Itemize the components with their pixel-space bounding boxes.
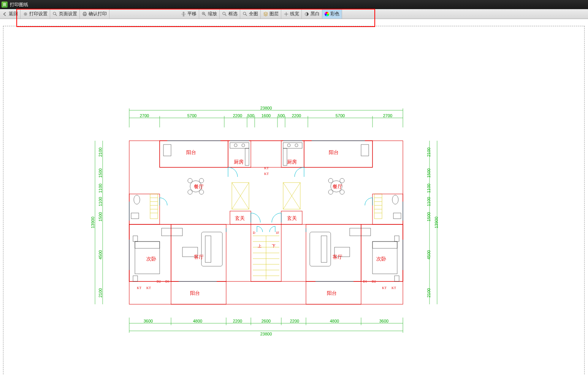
svg-text:D1: D1	[363, 280, 367, 283]
svg-line-12	[225, 14, 227, 16]
zoom-button[interactable]: 缩放	[199, 10, 220, 19]
toolbar: 返回 打印设置 页面设置 确认打印 平移 缩放 框选 全图	[0, 9, 588, 19]
svg-text:2200: 2200	[292, 113, 301, 118]
svg-rect-159	[372, 242, 397, 248]
svg-rect-146	[162, 228, 182, 236]
svg-text:1500: 1500	[426, 212, 431, 221]
box-select-label: 框选	[228, 11, 238, 17]
pan-button[interactable]: 平移	[179, 10, 199, 19]
back-button[interactable]: 返回	[0, 10, 21, 19]
svg-point-167	[234, 144, 237, 147]
svg-text:1500: 1500	[98, 168, 103, 178]
svg-text:KT: KT	[137, 286, 141, 290]
svg-text:次卧: 次卧	[146, 256, 156, 262]
window-title: 打印图纸	[10, 2, 28, 8]
back-icon	[2, 11, 8, 17]
svg-point-168	[242, 144, 245, 147]
svg-text:2100: 2100	[98, 288, 103, 297]
svg-point-172	[295, 144, 298, 147]
svg-text:厨房: 厨房	[287, 159, 297, 165]
svg-text:1100: 1100	[98, 197, 103, 206]
svg-text:下: 下	[272, 244, 276, 248]
svg-point-148	[134, 195, 140, 204]
svg-text:1600: 1600	[262, 113, 271, 118]
color-button[interactable]: 彩色	[322, 10, 342, 19]
page-setup-label: 页面设置	[59, 11, 77, 17]
color-label: 彩色	[330, 11, 339, 17]
toolbar-left: 返回 打印设置 页面设置 确认打印	[0, 10, 109, 19]
svg-point-137	[188, 190, 192, 194]
svg-text:KT: KT	[264, 172, 269, 176]
svg-point-154	[340, 190, 344, 194]
svg-text:2100: 2100	[426, 148, 431, 157]
svg-rect-118	[306, 224, 361, 281]
fit-all-label: 全图	[249, 11, 258, 17]
svg-text:1500: 1500	[98, 212, 103, 221]
svg-rect-162	[350, 228, 371, 236]
svg-rect-170	[283, 143, 302, 148]
lineweight-button[interactable]: 线宽	[281, 10, 302, 19]
titlebar: R 打印图纸	[0, 0, 588, 9]
svg-text:餐厅: 餐厅	[333, 184, 342, 189]
svg-text:3600: 3600	[144, 319, 153, 323]
doors	[160, 167, 372, 232]
svg-text:D1: D1	[165, 280, 170, 283]
svg-rect-149	[131, 213, 139, 219]
svg-text:2200: 2200	[233, 113, 242, 118]
app-icon: R	[2, 2, 8, 8]
svg-point-13	[243, 12, 246, 14]
fit-all-button[interactable]: 全图	[240, 10, 261, 19]
layers-button[interactable]: 图层	[261, 10, 281, 19]
print-settings-label: 打印设置	[29, 11, 48, 17]
lineweight-icon	[284, 11, 289, 17]
svg-point-152	[340, 178, 344, 183]
svg-rect-160	[395, 236, 399, 242]
print-settings-button[interactable]: 打印设置	[21, 10, 50, 19]
svg-text:1F: 1F	[276, 231, 279, 235]
svg-text:厨房: 厨房	[234, 159, 244, 165]
svg-text:500: 500	[278, 113, 285, 118]
svg-rect-163	[361, 145, 369, 156]
page-setup-button[interactable]: 页面设置	[50, 10, 80, 19]
bw-icon	[304, 11, 309, 17]
dim-left: 13900 2100 1500 1100 1100 1500 4500 2100	[91, 141, 103, 304]
svg-point-135	[188, 178, 192, 183]
svg-rect-173	[283, 148, 287, 165]
svg-text:餐厅: 餐厅	[194, 184, 204, 189]
pan-icon	[181, 11, 186, 17]
svg-text:23800: 23800	[260, 106, 272, 110]
svg-rect-143	[135, 242, 160, 248]
svg-point-171	[287, 144, 290, 147]
svg-point-136	[199, 178, 204, 183]
furniture-left	[131, 145, 222, 281]
svg-text:D: D	[253, 231, 255, 235]
dim-top: 23800 2700 5700 2200 500 1600 500 2200 5…	[129, 106, 403, 127]
fit-icon	[242, 11, 248, 17]
svg-rect-169	[245, 148, 249, 165]
svg-text:1100: 1100	[426, 197, 431, 206]
bw-button[interactable]: 黑白	[302, 10, 322, 19]
svg-rect-84	[171, 224, 226, 281]
zoom-label: 缩放	[208, 11, 217, 17]
svg-point-138	[199, 190, 204, 194]
svg-text:13900: 13900	[434, 217, 439, 229]
svg-text:4800: 4800	[330, 319, 339, 323]
svg-text:13900: 13900	[91, 217, 95, 229]
confirm-print-button[interactable]: 确认打印	[80, 10, 109, 19]
svg-text:2600: 2600	[262, 319, 271, 323]
svg-rect-144	[133, 236, 138, 242]
color-icon	[325, 12, 329, 16]
pan-label: 平移	[187, 11, 197, 17]
svg-rect-139	[201, 232, 222, 266]
svg-point-11	[223, 12, 225, 14]
box-select-button[interactable]: 框选	[220, 10, 240, 19]
svg-rect-156	[321, 236, 327, 262]
svg-text:阳台: 阳台	[186, 149, 196, 155]
plan-svg: 23800 2700 5700 2200 500 1600 500 2200 5…	[91, 106, 441, 342]
canvas[interactable]: 23800 2700 5700 2200 500 1600 500 2200 5…	[0, 19, 588, 375]
outer-wall	[129, 141, 403, 304]
svg-text:500: 500	[247, 113, 254, 118]
svg-text:客厅: 客厅	[333, 254, 342, 260]
magnify-icon	[52, 11, 58, 17]
svg-text:4500: 4500	[98, 250, 103, 259]
